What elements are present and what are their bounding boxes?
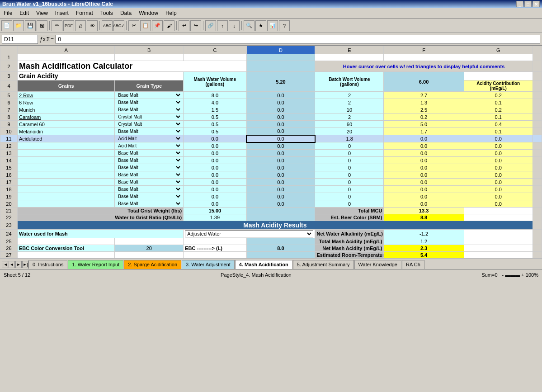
wizard-button[interactable]: ★ xyxy=(255,20,266,31)
cell-qty-lb-11[interactable]: 0.0 xyxy=(184,135,246,142)
water-mash-select[interactable]: Adjusted Water Source Water Distilled Wa… xyxy=(185,230,313,237)
cell-mash-volume-value[interactable]: 5.20 xyxy=(246,72,315,92)
cell-grain-8[interactable]: Carafoam xyxy=(17,113,114,121)
sheet-tab-3[interactable]: 3. Water Adjustment xyxy=(182,260,235,269)
grain-type-select-13[interactable]: Base MaltCrystal MaltAcid Malt xyxy=(116,150,182,156)
save-button[interactable]: 💾 xyxy=(25,20,36,31)
cell-qty-lb-20[interactable]: 0.0 xyxy=(184,200,246,208)
cell-qty-oz-5[interactable]: 0.0 xyxy=(246,92,315,99)
cell-qty-oz-18[interactable]: 0.0 xyxy=(246,186,315,193)
cell-color-18[interactable]: 0 xyxy=(315,186,384,193)
redo-button[interactable]: ↪ xyxy=(190,20,201,31)
cell-qty-oz-20[interactable]: 0.0 xyxy=(246,200,315,208)
sheet-tab-7[interactable]: RA Ch xyxy=(402,260,424,269)
cell-qty-lb-15[interactable]: 0.0 xyxy=(184,164,246,171)
cell-qty-oz-17[interactable]: 0.0 xyxy=(246,179,315,186)
grain-type-select-14[interactable]: Base MaltCrystal MaltAcid Malt xyxy=(116,157,182,163)
col-header-g[interactable]: G xyxy=(464,46,533,54)
cell-d1[interactable] xyxy=(246,54,315,61)
menu-data[interactable]: Data xyxy=(117,9,135,17)
menu-view[interactable]: View xyxy=(33,9,52,17)
sheet-tab-2[interactable]: 2. Sparge Acidification xyxy=(124,260,181,269)
cell-f1[interactable] xyxy=(384,54,464,61)
equals-icon[interactable]: = xyxy=(51,36,54,43)
cell-type-8[interactable]: Base MaltCrystal MaltAcid Malt xyxy=(115,113,184,121)
cell-type-10[interactable]: Base MaltCrystal MaltAcid Malt xyxy=(115,128,184,135)
cell-type-6[interactable]: Base MaltCrystal MaltAcid Malt xyxy=(115,99,184,106)
cell-type-18[interactable]: Base MaltCrystal MaltAcid Malt xyxy=(115,186,184,193)
cell-grain-5[interactable]: 2 Row xyxy=(17,92,114,99)
cell-qty-oz-16[interactable]: 0.0 xyxy=(246,171,315,179)
print-button[interactable]: 🖨 xyxy=(75,20,86,31)
cell-grain-16[interactable] xyxy=(17,171,114,179)
copy-button[interactable]: 📋 xyxy=(140,20,151,31)
zoom-slider[interactable]: ▬▬▬ xyxy=(505,272,521,278)
menu-edit[interactable]: Edit xyxy=(16,9,33,17)
grain-type-select-17[interactable]: Base MaltCrystal MaltAcid Malt xyxy=(116,179,182,185)
grain-type-select-7[interactable]: Base MaltCrystal MaltAcid Malt xyxy=(116,107,182,113)
cell-reference-input[interactable] xyxy=(2,35,38,44)
paste-button[interactable]: 📌 xyxy=(152,20,163,31)
cell-type-17[interactable]: Base MaltCrystal MaltAcid Malt xyxy=(115,179,184,186)
new-button[interactable]: 📄 xyxy=(1,20,12,31)
menu-tools[interactable]: Tools xyxy=(97,9,117,17)
cell-type-14[interactable]: Base MaltCrystal MaltAcid Malt xyxy=(115,157,184,164)
cell-color-20[interactable]: 0 xyxy=(315,200,384,208)
cell-ebc-value[interactable]: 20 xyxy=(115,245,184,252)
cell-qty-oz-6[interactable]: 0.0 xyxy=(246,99,315,106)
cell-color-7[interactable]: 10 xyxy=(315,106,384,113)
cell-b1[interactable] xyxy=(115,54,184,61)
col-header-e[interactable]: E xyxy=(315,46,384,54)
cell-grain-18[interactable] xyxy=(17,186,114,193)
autocorrect-button[interactable]: ABC✓ xyxy=(113,20,124,31)
tab-last-button[interactable]: ►| xyxy=(22,261,28,268)
cell-qty-oz-13[interactable]: 0.0 xyxy=(246,150,315,157)
cell-type-5[interactable]: Base MaltCrystal MaltAcid Malt xyxy=(115,92,184,99)
find-button[interactable]: 🔍 xyxy=(244,20,255,31)
grain-type-select-12[interactable]: Base MaltCrystal MaltAcid Malt xyxy=(116,143,182,149)
maximize-button[interactable]: □ xyxy=(524,1,532,7)
minimize-button[interactable]: _ xyxy=(516,1,523,7)
cell-qty-lb-5[interactable]: 8.0 xyxy=(184,92,246,99)
cell-color-8[interactable]: 2 xyxy=(315,113,384,121)
format-paint-button[interactable]: 🖌 xyxy=(164,20,174,31)
cell-type-12[interactable]: Base MaltCrystal MaltAcid Malt xyxy=(115,142,184,150)
undo-button[interactable]: ↩ xyxy=(179,20,189,31)
cell-qty-oz-9[interactable]: 0.0 xyxy=(246,121,315,128)
cell-type-11[interactable]: Base MaltCrystal MaltAcid Malt xyxy=(115,135,184,142)
spell-button[interactable]: ABC xyxy=(102,20,113,31)
cell-color-14[interactable]: 0 xyxy=(315,157,384,164)
cell-water-mash-dropdown[interactable]: Adjusted Water Source Water Distilled Wa… xyxy=(184,230,315,238)
cell-a1[interactable] xyxy=(17,54,114,61)
cell-qty-oz-19[interactable]: 0.0 xyxy=(246,193,315,200)
cell-color-9[interactable]: 60 xyxy=(315,121,384,128)
grain-type-select-16[interactable]: Base MaltCrystal MaltAcid Malt xyxy=(116,172,182,178)
hyperlink-button[interactable]: 🔗 xyxy=(205,20,216,31)
cell-grain-9[interactable]: Caramel 60 xyxy=(17,121,114,128)
sort-asc-button[interactable]: ↑ xyxy=(217,20,228,31)
cell-qty-lb-16[interactable]: 0.0 xyxy=(184,171,246,179)
cell-c1[interactable] xyxy=(184,54,246,61)
sheet-tab-5[interactable]: 5. Adjustment Summary xyxy=(293,260,354,269)
cell-grain-19[interactable] xyxy=(17,193,114,200)
cell-qty-lb-10[interactable]: 0.5 xyxy=(184,128,246,135)
cell-color-12[interactable]: 0 xyxy=(315,142,384,150)
formula-input[interactable] xyxy=(56,35,540,44)
cell-qty-oz-11[interactable]: 0.0 xyxy=(246,135,315,142)
cell-d2[interactable] xyxy=(246,61,315,72)
cell-qty-lb-7[interactable]: 1.5 xyxy=(184,106,246,113)
menu-help[interactable]: Help xyxy=(162,9,180,17)
cell-grain-20[interactable] xyxy=(17,200,114,208)
cell-batch-volume-value[interactable]: 6.00 xyxy=(384,72,464,92)
cell-qty-oz-7[interactable]: 0.0 xyxy=(246,106,315,113)
menu-format[interactable]: Format xyxy=(72,9,97,17)
pdf-button[interactable]: PDF xyxy=(63,20,74,31)
cell-qty-lb-17[interactable]: 0.0 xyxy=(184,179,246,186)
cell-qty-oz-15[interactable]: 0.0 xyxy=(246,164,315,171)
help-button[interactable]: ? xyxy=(279,20,290,31)
tab-next-button[interactable]: ► xyxy=(15,261,22,268)
grain-type-select-19[interactable]: Base MaltCrystal MaltAcid Malt xyxy=(116,194,182,199)
grain-type-select-15[interactable]: Base MaltCrystal MaltAcid Malt xyxy=(116,165,182,170)
grain-type-select-6[interactable]: Base MaltCrystal MaltAcid Malt xyxy=(116,99,182,105)
cell-type-15[interactable]: Base MaltCrystal MaltAcid Malt xyxy=(115,164,184,171)
